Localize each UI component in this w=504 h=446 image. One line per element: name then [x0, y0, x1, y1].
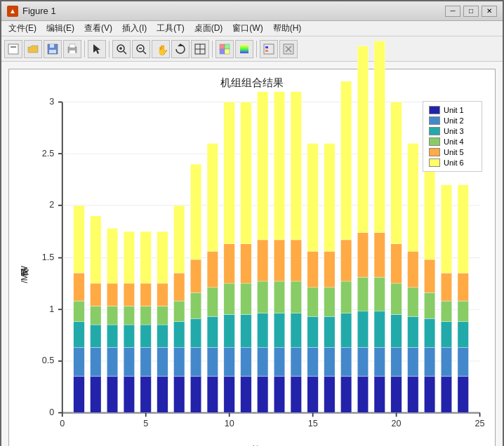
tb-hide-plot-tools[interactable]	[279, 40, 298, 58]
bar-hour9-unit4	[207, 288, 218, 316]
bar-hour19-unit4	[374, 277, 385, 311]
bar-hour11-unit5	[241, 244, 251, 283]
bar-hour7-unit5	[174, 273, 185, 301]
tb-open[interactable]	[24, 40, 42, 58]
bar-hour12-unit1	[257, 377, 267, 413]
legend-item-unit2: Unit 2	[429, 116, 476, 125]
bar-hour21-unit5	[408, 251, 418, 288]
tb-save[interactable]	[44, 40, 62, 58]
tb-zoom-out[interactable]	[132, 40, 150, 58]
tb-zoom-in[interactable]	[112, 40, 131, 58]
legend-label-unit2: Unit 2	[444, 116, 464, 125]
menu-view[interactable]: 查看(V)	[80, 21, 117, 36]
tb-pointer[interactable]	[88, 40, 106, 58]
minimize-button[interactable]: ─	[445, 6, 460, 17]
bar-hour8-unit2	[190, 347, 201, 376]
tb-pan[interactable]: ✋	[152, 40, 170, 58]
menu-edit[interactable]: 编辑(E)	[42, 21, 79, 36]
bar-hour24-unit6	[458, 185, 468, 273]
tb-datacursor[interactable]	[191, 40, 209, 58]
menu-file[interactable]: 文件(E)	[4, 21, 41, 36]
bar-hour3-unit6	[107, 229, 117, 283]
menu-help[interactable]: 帮助(H)	[269, 21, 306, 36]
window-controls: ─ □ ✕	[445, 6, 497, 17]
tb-colorbar[interactable]	[235, 40, 253, 58]
maximize-button[interactable]: □	[463, 6, 479, 17]
bar-hour23-unit3	[441, 322, 451, 348]
legend-color-unit2	[429, 116, 440, 125]
bar-hour22-unit6	[424, 164, 435, 259]
close-button[interactable]: ✕	[482, 6, 497, 17]
svg-text:0: 0	[60, 419, 65, 428]
svg-rect-4	[49, 50, 56, 53]
bar-hour7-unit3	[174, 322, 185, 348]
bar-hour6-unit2	[157, 347, 168, 376]
legend-color-unit3	[429, 127, 440, 135]
svg-text:1.5: 1.5	[42, 252, 54, 262]
svg-text:20: 20	[392, 419, 402, 428]
menu-window[interactable]: 窗口(W)	[228, 21, 267, 36]
menu-insert[interactable]: 插入(I)	[118, 21, 151, 36]
bar-hour1-unit2	[74, 347, 84, 376]
bar-hour18-unit6	[357, 46, 368, 233]
bar-hour22-unit2	[424, 347, 435, 376]
bar-hour20-unit6	[391, 102, 402, 244]
menu-tools[interactable]: 工具(T)	[152, 21, 188, 36]
bar-hour4-unit6	[124, 231, 134, 283]
bar-hour12-unit3	[257, 313, 267, 348]
legend-color-unit6	[429, 158, 440, 167]
bar-hour16-unit3	[324, 316, 335, 347]
plot-svg-wrapper: 0 0.5 1 1.5 2 2.5 3	[30, 94, 488, 441]
tb-insert-legend[interactable]	[260, 40, 278, 58]
svg-text:15: 15	[308, 419, 318, 428]
toolbar: ✋	[1, 36, 503, 62]
svg-rect-21	[220, 44, 225, 49]
title-bar: ▲ Figure 1 ─ □ ✕	[1, 1, 503, 21]
bar-hour22-unit1	[424, 377, 435, 413]
menu-desktop[interactable]: 桌面(D)	[190, 21, 227, 36]
svg-text:10: 10	[225, 419, 234, 428]
legend-color-unit5	[429, 148, 440, 156]
bar-hour6-unit3	[157, 325, 168, 347]
legend-label-unit6: Unit 6	[444, 158, 464, 167]
y-axis-label: 功率/MW	[16, 94, 30, 446]
bar-hour1-unit6	[74, 205, 84, 273]
bar-hour5-unit4	[140, 306, 151, 325]
bar-hour5-unit3	[140, 325, 151, 347]
svg-rect-3	[50, 44, 54, 48]
bar-hour18-unit4	[357, 277, 368, 311]
bar-hour5-unit1	[140, 377, 151, 413]
legend-label-unit5: Unit 5	[444, 148, 464, 156]
svg-rect-25	[240, 45, 248, 53]
svg-rect-6	[69, 44, 75, 48]
bar-hour24-unit5	[458, 273, 468, 301]
bar-hour3-unit1	[107, 377, 117, 413]
legend-item-unit4: Unit 4	[429, 137, 476, 146]
bar-hour19-unit6	[374, 41, 385, 232]
svg-rect-7	[69, 50, 75, 53]
svg-text:3: 3	[49, 97, 54, 107]
bar-hour20-unit1	[391, 377, 402, 413]
bar-hour6-unit5	[157, 283, 168, 306]
bar-hour12-unit4	[257, 281, 267, 313]
tb-rotate[interactable]	[171, 40, 190, 58]
bar-hour3-unit5	[107, 283, 117, 306]
bar-hour12-unit5	[257, 240, 267, 281]
toolbar-separator-4	[256, 41, 257, 58]
tb-print[interactable]	[63, 40, 81, 58]
bar-hour24-unit3	[458, 322, 468, 348]
bar-hour10-unit3	[224, 314, 234, 347]
bar-hour21-unit6	[408, 144, 418, 252]
bar-hour17-unit6	[340, 81, 351, 240]
tb-new[interactable]	[4, 40, 22, 58]
bar-hour17-unit1	[340, 377, 351, 413]
bar-hour23-unit6	[441, 185, 451, 273]
toolbar-separator-2	[109, 41, 110, 58]
bar-hour4-unit3	[124, 325, 134, 347]
bar-hour3-unit3	[107, 325, 117, 347]
svg-rect-24	[225, 49, 230, 54]
bar-hour9-unit5	[207, 251, 218, 288]
tb-brush[interactable]	[215, 40, 234, 58]
chart-container: 机组组合结果 功率/MW	[8, 69, 496, 446]
bar-hour19-unit3	[374, 311, 385, 348]
